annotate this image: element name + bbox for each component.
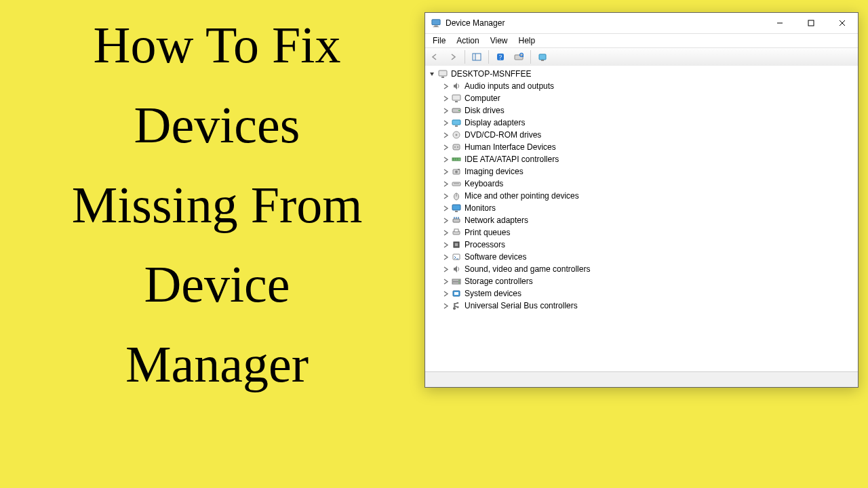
show-hide-tree-button[interactable] [469,49,485,65]
tree-category[interactable]: Storage controllers [425,275,858,287]
tree-category[interactable]: Processors [425,239,858,251]
svg-rect-41 [455,211,458,212]
tree-category[interactable]: Display adapters [425,117,858,129]
expand-icon[interactable] [441,277,450,285]
tree-category[interactable]: Universal Serial Bus controllers [425,300,858,312]
expand-icon[interactable] [441,106,450,115]
toolbar: ? [425,47,858,66]
svg-rect-35 [458,169,460,170]
tree-category[interactable]: DVD/CD-ROM drives [425,129,858,141]
tree-category[interactable]: Keyboards [425,178,858,190]
expand-icon[interactable] [441,216,450,224]
forward-button[interactable] [445,49,461,65]
category-label: Software devices [465,252,526,262]
expand-icon[interactable] [441,228,450,237]
expand-icon[interactable] [441,265,450,273]
svg-rect-16 [439,70,447,76]
category-icon [451,227,462,238]
expand-icon[interactable] [441,302,450,310]
tree-category[interactable]: Sound, video and game controllers [425,263,858,275]
menubar: File Action View Help [425,34,858,47]
expand-icon[interactable] [441,143,450,151]
svg-rect-26 [453,144,460,150]
toolbar-separator [465,50,465,64]
category-label: Audio inputs and outputs [465,81,554,91]
expand-icon[interactable] [441,82,450,90]
tree-category[interactable]: Network adapters [425,214,858,226]
svg-rect-4 [808,20,814,26]
category-icon [451,300,462,311]
tree-category[interactable]: Mice and other pointing devices [425,190,858,202]
toolbar-separator [488,50,489,64]
expand-icon[interactable] [441,94,450,102]
tree-category[interactable]: Imaging devices [425,165,858,178]
expand-icon[interactable] [441,204,450,212]
category-icon [451,142,462,152]
svg-rect-15 [541,60,544,61]
expand-icon[interactable] [441,155,450,163]
tree-category[interactable]: Software devices [425,251,858,263]
svg-point-27 [454,146,456,148]
tree-category[interactable]: Print queues [425,226,858,239]
svg-point-51 [458,283,460,284]
menu-help[interactable]: Help [514,35,540,46]
expand-icon[interactable] [441,192,450,200]
svg-rect-1 [434,26,437,27]
tree-category[interactable]: Disk drives [425,104,858,117]
expand-icon[interactable] [428,70,436,78]
expand-icon[interactable] [441,289,450,298]
toolbar-separator [530,50,531,64]
headline-text: How To Fix Devices Missing From Device M… [27,5,407,405]
expand-icon[interactable] [441,119,450,127]
help-button[interactable]: ? [492,49,509,65]
back-button[interactable] [427,49,443,65]
category-icon [451,117,462,128]
tree-category[interactable]: Monitors [425,202,858,214]
category-label: IDE ATA/ATAPI controllers [465,155,559,164]
expand-icon[interactable] [441,241,450,249]
tree-category[interactable]: Computer [425,92,858,104]
svg-rect-40 [452,205,460,210]
category-icon [451,288,462,299]
svg-rect-11 [515,55,523,60]
close-button[interactable] [827,13,858,33]
titlebar[interactable]: Device Manager [425,13,858,34]
category-label: Universal Serial Bus controllers [465,301,578,310]
window-title: Device Manager [446,18,764,28]
category-label: Disk drives [465,106,505,115]
category-icon [451,166,462,177]
svg-point-25 [456,134,458,136]
expand-icon[interactable] [441,131,450,139]
properties-button[interactable] [534,49,551,65]
scan-hardware-button[interactable] [511,49,527,65]
maximize-button[interactable] [795,13,827,33]
category-label: Display adapters [465,118,525,127]
tree-category[interactable]: System devices [425,287,858,300]
expand-icon[interactable] [441,180,450,188]
headline-line: How To Fix [94,16,341,73]
device-tree[interactable]: DESKTOP-MSNFFEE Audio inputs and outputs… [425,66,858,371]
category-label: Monitors [465,203,496,213]
svg-rect-19 [455,101,458,102]
expand-icon[interactable] [441,167,450,176]
svg-rect-14 [539,54,546,60]
menu-view[interactable]: View [486,35,513,46]
category-icon [451,264,462,274]
tree-root[interactable]: DESKTOP-MSNFFEE [425,68,858,80]
svg-rect-17 [441,77,444,78]
minimize-button[interactable] [764,13,795,33]
category-label: Mice and other pointing devices [465,191,579,201]
menu-action[interactable]: Action [452,35,484,46]
category-label: Computer [465,94,500,103]
menu-file[interactable]: File [428,35,450,46]
tree-category[interactable]: Human Interface Devices [425,141,858,153]
category-label: Human Interface Devices [465,142,556,152]
device-manager-window: Device Manager File Action View Help ? [425,12,859,388]
tree-category[interactable]: IDE ATA/ATAPI controllers [425,153,858,165]
expand-icon[interactable] [441,253,450,261]
category-icon [451,203,462,214]
category-icon [451,81,462,92]
svg-rect-44 [454,229,458,232]
tree-category[interactable]: Audio inputs and outputs [425,80,858,92]
svg-point-55 [457,302,458,304]
